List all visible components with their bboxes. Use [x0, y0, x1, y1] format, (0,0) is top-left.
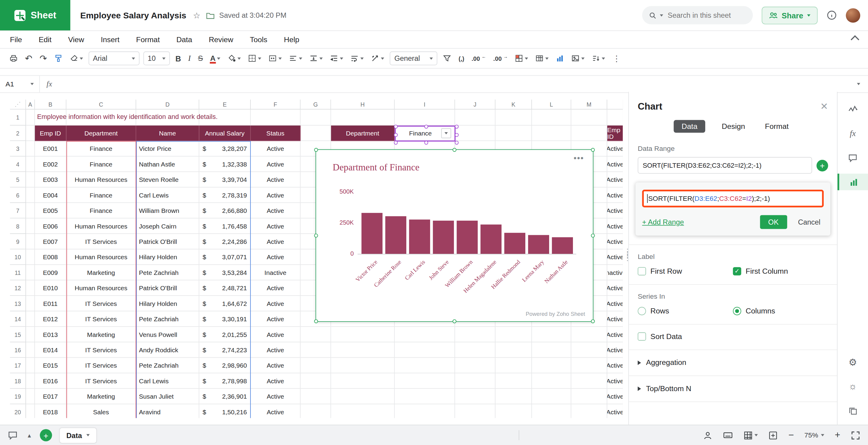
cell[interactable]: $3,30,191: [199, 311, 251, 327]
row-header-7[interactable]: 7: [10, 203, 26, 218]
chart-selection-handle[interactable]: [453, 319, 457, 323]
cell[interactable]: Active: [251, 234, 301, 249]
cell[interactable]: [495, 389, 532, 404]
cancel-button[interactable]: Cancel: [795, 217, 824, 227]
cell[interactable]: [571, 373, 607, 389]
cell[interactable]: [571, 327, 607, 342]
cell[interactable]: E001: [35, 141, 67, 156]
cell[interactable]: [301, 404, 331, 418]
cell[interactable]: E003: [35, 172, 67, 187]
row-header-11[interactable]: 11: [10, 265, 26, 280]
favorite-star-icon[interactable]: ☆: [193, 10, 200, 20]
text-wrap-button[interactable]: [349, 53, 366, 64]
cell[interactable]: [331, 342, 395, 358]
collaborators-icon[interactable]: [703, 431, 712, 440]
cell[interactable]: Aravind: [136, 404, 199, 418]
strikethrough-button[interactable]: S: [196, 53, 205, 64]
row-header-2[interactable]: 2: [10, 126, 26, 141]
cell[interactable]: Active: [607, 342, 623, 358]
cell[interactable]: [532, 342, 571, 358]
cell[interactable]: $2,78,998: [199, 373, 251, 389]
cell[interactable]: [251, 110, 301, 126]
chart-selection-handle[interactable]: [314, 319, 318, 323]
cell[interactable]: Active: [251, 141, 301, 156]
chart-bar-john-steve[interactable]: [433, 221, 454, 254]
cell[interactable]: Human Resources: [66, 172, 136, 187]
cell[interactable]: [26, 234, 35, 249]
app-logo[interactable]: Sheet: [0, 0, 70, 30]
cell-E2-header[interactable]: Annual Salary: [199, 126, 251, 141]
cell[interactable]: Victor Price: [136, 141, 199, 156]
clear-format-caret-icon[interactable]: [80, 57, 83, 59]
print-button[interactable]: [8, 53, 20, 64]
cell[interactable]: [571, 342, 607, 358]
first-column-checkbox[interactable]: First Column: [733, 267, 828, 275]
cell[interactable]: E009: [35, 265, 67, 280]
cell[interactable]: Active: [607, 296, 623, 311]
row-header-8[interactable]: 8: [10, 218, 26, 234]
cell[interactable]: [532, 358, 571, 373]
cell[interactable]: [301, 389, 331, 404]
cell[interactable]: [532, 389, 571, 404]
row-header-6[interactable]: 6: [10, 187, 26, 203]
cell[interactable]: Active: [607, 280, 623, 296]
chart-bar-carl-lewis[interactable]: [409, 219, 430, 254]
row-header-14[interactable]: 14: [10, 311, 26, 327]
cell[interactable]: [331, 389, 395, 404]
cell[interactable]: [455, 110, 495, 126]
cell[interactable]: [26, 389, 35, 404]
cell[interactable]: [455, 373, 495, 389]
decrease-decimal-button[interactable]: .00←: [470, 54, 488, 63]
cell[interactable]: [495, 126, 532, 141]
cell[interactable]: Active: [251, 358, 301, 373]
chart-bar-catherine-rose[interactable]: [385, 216, 406, 254]
cell[interactable]: IT Services: [66, 358, 136, 373]
cell-name-box[interactable]: A1: [0, 76, 40, 93]
merge-cells-button[interactable]: [267, 53, 284, 64]
column-header-C[interactable]: C: [66, 100, 136, 110]
settings-gear-icon[interactable]: ⚙: [838, 354, 868, 370]
sheet-tab-data[interactable]: Data: [60, 428, 96, 443]
cell[interactable]: [331, 404, 395, 418]
cell[interactable]: Active: [251, 389, 301, 404]
formula-input[interactable]: [59, 79, 857, 88]
cell[interactable]: William Brown: [136, 203, 199, 218]
cell[interactable]: $2,36,901: [199, 389, 251, 404]
row-header-19[interactable]: 19: [10, 389, 26, 404]
functions-icon[interactable]: fx: [838, 125, 868, 141]
chart-bar-hallie-redmond[interactable]: [504, 233, 525, 254]
font-size-select[interactable]: 10: [143, 52, 170, 65]
cell[interactable]: Pete Zachriah: [136, 265, 199, 280]
cell[interactable]: Inactive: [251, 265, 301, 280]
cell[interactable]: [455, 358, 495, 373]
column-header-I[interactable]: I: [395, 100, 455, 110]
cell[interactable]: Venus Powell: [136, 327, 199, 342]
row-header-9[interactable]: 9: [10, 234, 26, 249]
cell[interactable]: Hilary Holden: [136, 249, 199, 265]
panel-resize-handle[interactable]: ⋮⋮⋮: [624, 250, 631, 260]
chart-object[interactable]: Department of Finance ••• 500K250K0 Vict…: [315, 149, 593, 322]
column-header-partial[interactable]: [607, 100, 623, 110]
bottom-comment-icon[interactable]: [8, 430, 18, 440]
cell[interactable]: IT Services: [66, 311, 136, 327]
column-header-K[interactable]: K: [495, 100, 532, 110]
cell[interactable]: Active: [251, 172, 301, 187]
close-panel-icon[interactable]: ✕: [820, 101, 828, 112]
cell[interactable]: E012: [35, 311, 67, 327]
cell[interactable]: [495, 358, 532, 373]
cell[interactable]: Active: [607, 172, 623, 187]
cell[interactable]: E017: [35, 389, 67, 404]
row-header-20[interactable]: 20: [10, 404, 26, 418]
cell[interactable]: $3,07,071: [199, 249, 251, 265]
series-rows-radio[interactable]: Rows: [638, 307, 733, 315]
menu-help[interactable]: Help: [284, 35, 299, 44]
cell[interactable]: Active: [251, 249, 301, 265]
tab-format[interactable]: Format: [762, 120, 792, 133]
column-header-L[interactable]: L: [532, 100, 571, 110]
cell[interactable]: Active: [251, 342, 301, 358]
chart-selection-handle[interactable]: [591, 319, 595, 323]
tab-data[interactable]: Data: [674, 120, 705, 133]
cell[interactable]: Active: [607, 187, 623, 203]
cell[interactable]: $3,28,207: [199, 141, 251, 156]
cell[interactable]: [26, 203, 35, 218]
